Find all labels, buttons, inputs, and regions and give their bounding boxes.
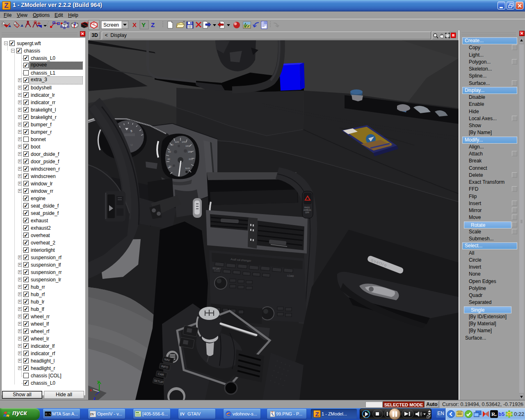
svg-text:OFF: OFF bbox=[305, 211, 309, 214]
svg-text:Screen: Screen bbox=[103, 22, 119, 28]
svg-text:5: 5 bbox=[130, 129, 132, 133]
svg-text:180: 180 bbox=[188, 151, 192, 153]
svg-text:Z: Z bbox=[151, 21, 155, 28]
svg-text:b5: b5 bbox=[498, 411, 504, 417]
svg-text:80: 80 bbox=[171, 144, 173, 146]
svg-text:60: 60 bbox=[168, 151, 171, 153]
svg-text:160: 160 bbox=[185, 145, 190, 147]
svg-text:Y: Y bbox=[142, 21, 146, 28]
svg-text:z: z bbox=[94, 396, 96, 400]
svg-text:120: 120 bbox=[175, 141, 179, 143]
svg-text:kmh: kmh bbox=[185, 167, 190, 169]
svg-text:40: 40 bbox=[167, 158, 170, 160]
svg-text:C:\: C:\ bbox=[46, 413, 51, 416]
svg-text:IV: IV bbox=[90, 412, 95, 416]
svg-text:20: 20 bbox=[169, 165, 171, 168]
svg-text:X: X bbox=[132, 21, 137, 28]
svg-text:M: M bbox=[130, 144, 133, 146]
svg-text:140: 140 bbox=[182, 141, 186, 143]
svg-text:x: x bbox=[90, 388, 92, 392]
svg-text:R: R bbox=[491, 411, 495, 417]
svg-text:IV: IV bbox=[180, 411, 185, 416]
svg-text:200: 200 bbox=[189, 158, 193, 160]
svg-text:y: y bbox=[97, 379, 100, 384]
